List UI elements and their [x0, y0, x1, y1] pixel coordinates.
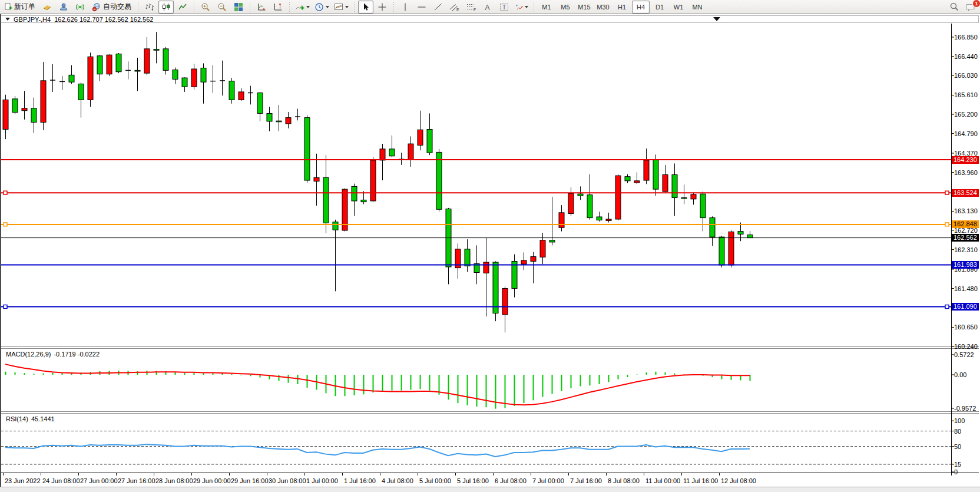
rsi-tick-label: 50 [954, 443, 961, 450]
tile-windows-button[interactable] [231, 1, 246, 14]
timeframe-m15-button[interactable]: M15 [575, 1, 593, 14]
toolbar-grip [137, 2, 139, 12]
chart-title-bar[interactable]: GBPJPY-,H4 162.626 162.707 162.562 162.5… [1, 15, 979, 23]
date-tick-label: 29 Jun 16:00 [231, 477, 269, 484]
cursor-tool-button[interactable] [358, 1, 373, 14]
text-tool-button[interactable]: A [480, 1, 495, 14]
fibonacci-tool-button[interactable]: F [463, 1, 479, 14]
candle-body [502, 289, 508, 315]
candle-body [333, 222, 338, 230]
clock-icon [314, 2, 324, 12]
candle-body [710, 218, 715, 237]
candle-body [276, 121, 282, 122]
candle-body [41, 81, 46, 123]
date-tick-label: 4 Jul 08:00 [382, 477, 413, 484]
price-tick-label: 165.200 [954, 111, 978, 118]
macd-pane-label: MACD(12,26,9) -0.1719 -0.0222 [6, 351, 100, 358]
indicators-button[interactable] [293, 1, 312, 14]
main-toolbar: 新订单 自动交易 [0, 0, 980, 14]
market-profile-button[interactable] [56, 1, 71, 14]
candle-body [380, 149, 385, 160]
candle-body [304, 118, 310, 180]
toolbar-grip [393, 2, 395, 12]
date-tick-label: 29 Jun 00:00 [193, 477, 231, 484]
timeframe-m1-button[interactable]: M1 [538, 1, 555, 14]
candle-body [568, 193, 574, 213]
price-tick-label: 163.960 [954, 169, 978, 176]
candle-body [663, 175, 668, 192]
date-tick-label: 1 Jul 00:00 [306, 477, 338, 484]
timeframe-w1-button[interactable]: W1 [670, 1, 687, 14]
chart-shift-icon [273, 2, 283, 12]
chart-shift-button[interactable] [270, 1, 286, 14]
chart-shift-marker[interactable] [713, 17, 720, 21]
auto-trading-button[interactable]: 自动交易 [89, 1, 134, 14]
candle-body [681, 197, 687, 199]
signal-button[interactable] [72, 1, 88, 14]
price-axis[interactable]: 166.850166.440166.030165.610165.200164.7… [953, 24, 980, 476]
candle-body [267, 113, 272, 121]
candle-body [587, 195, 592, 218]
candle-body [615, 176, 621, 219]
candle-body [323, 177, 329, 223]
text-label-tool-button[interactable]: T [496, 1, 512, 14]
candlestick-chart-button[interactable] [158, 1, 174, 14]
candle-body [229, 81, 234, 100]
date-tick-label: 6 Jul 08:00 [495, 477, 527, 484]
price-tick-label: 160.240 [954, 343, 978, 350]
line-chart-button[interactable] [175, 1, 190, 14]
rsi-pane-label: RSI(14) 45.1441 [6, 415, 55, 422]
styler-button[interactable] [39, 1, 55, 14]
zoom-out-icon [217, 2, 227, 12]
crosshair-tool-button[interactable] [375, 1, 390, 14]
timeframe-d1-button[interactable]: D1 [651, 1, 668, 14]
chart-collapse-icon [5, 18, 10, 21]
periods-button[interactable] [313, 1, 331, 14]
candle-body [107, 55, 112, 74]
notifications-button[interactable]: 1 [963, 1, 978, 14]
timeframe-h4-button[interactable]: H4 [632, 1, 650, 14]
equidistant-channel-icon: E [449, 2, 460, 12]
candle-body [634, 181, 640, 183]
templates-button[interactable] [332, 1, 350, 14]
candle-body [540, 240, 545, 257]
hline-price-badge: 161.983 [952, 261, 979, 269]
auto-trading-icon [92, 2, 101, 12]
timeframe-m30-button[interactable]: M30 [594, 1, 612, 14]
candle-body [559, 213, 564, 227]
timeframe-m5-button[interactable]: M5 [557, 1, 574, 14]
candle-body [352, 186, 357, 201]
arrows-tool-button[interactable] [513, 1, 530, 14]
timeframe-mn-button[interactable]: MN [688, 1, 706, 14]
hline-price-badge: 162.562 [952, 234, 979, 242]
styler-icon [42, 2, 52, 12]
text-label-icon: T [499, 2, 509, 12]
auto-scroll-icon [257, 2, 266, 12]
equidistant-channel-tool-button[interactable]: E [447, 1, 462, 14]
macd-tick-label: -0.9572 [954, 405, 976, 412]
candle-body [22, 108, 27, 111]
bar-chart-button[interactable] [142, 1, 157, 14]
time-axis[interactable]: 23 Jun 202224 Jun 08:0027 Jun 00:0027 Ju… [1, 476, 979, 487]
vertical-line-tool-button[interactable] [398, 1, 413, 14]
zoom-out-button[interactable] [214, 1, 230, 14]
macd-indicator-name: MACD(12,26,9) [6, 351, 51, 358]
search-button[interactable] [946, 1, 962, 14]
search-icon [949, 2, 959, 12]
zoom-in-button[interactable] [198, 1, 213, 14]
rsi-indicator-value: 45.1441 [31, 415, 55, 422]
chart-plot[interactable] [1, 24, 979, 476]
horizontal-line-tool-button[interactable] [414, 1, 429, 14]
new-order-button[interactable]: 新订单 [2, 1, 38, 14]
dropdown-caret-icon [525, 6, 528, 8]
candle-body [625, 177, 630, 181]
crosshair-icon [378, 2, 387, 12]
candle-body [521, 260, 527, 264]
trendline-tool-button[interactable] [431, 1, 446, 14]
timeframe-h1-button[interactable]: H1 [613, 1, 631, 14]
candlestick-chart-icon [161, 2, 171, 12]
price-tick-label: 164.790 [954, 130, 978, 137]
date-tick-label: 11 Jul 16:00 [683, 477, 718, 484]
hline-handle [945, 223, 949, 226]
auto-scroll-button[interactable] [254, 1, 269, 14]
